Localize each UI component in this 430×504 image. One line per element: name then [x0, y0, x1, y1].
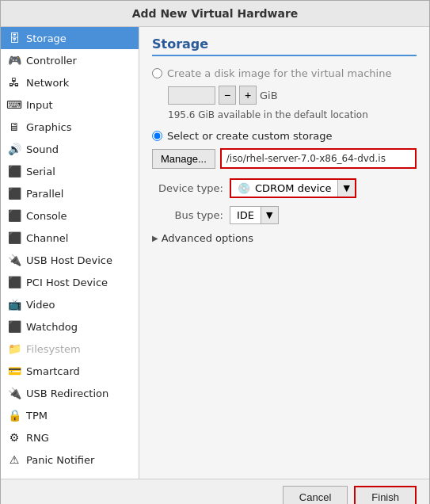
dialog-title: Add New Virtual Hardware — [1, 1, 429, 27]
custom-storage-row: Select or create custom storage — [152, 130, 417, 142]
console-icon: ⬛ — [7, 208, 21, 223]
usb-host-icon: 🔌 — [7, 253, 21, 267]
sidebar-item-panic[interactable]: ⚠Panic Notifier — [1, 449, 139, 471]
device-type-row: Device type: 💿 CDROM device ▼ — [152, 178, 417, 198]
controller-icon: 🎮 — [7, 53, 21, 67]
filesystem-label: Filesystem — [26, 343, 81, 355]
sidebar-item-storage[interactable]: 🗄Storage — [1, 27, 139, 49]
device-type-dropdown-arrow[interactable]: ▼ — [337, 180, 354, 197]
sidebar-item-filesystem: 📁Filesystem — [1, 338, 139, 360]
custom-storage-radio[interactable] — [152, 131, 162, 141]
usb-host-label: USB Host Device — [26, 254, 112, 266]
size-unit: GiB — [260, 90, 278, 101]
size-decrement-button[interactable]: − — [219, 86, 236, 105]
sidebar-item-channel[interactable]: ⬛Channel — [1, 227, 139, 249]
cancel-button[interactable]: Cancel — [283, 486, 348, 504]
video-label: Video — [26, 299, 55, 311]
panic-icon: ⚠ — [7, 452, 21, 467]
advanced-triangle-icon: ▶ — [152, 234, 158, 242]
smartcard-label: Smartcard — [26, 365, 80, 377]
panic-label: Panic Notifier — [26, 454, 94, 466]
device-type-select[interactable]: 💿 CDROM device ▼ — [230, 178, 356, 198]
dialog-footer: Cancel Finish — [1, 479, 429, 504]
sidebar-item-controller[interactable]: 🎮Controller — [1, 49, 139, 71]
main-content: Storage Create a disk image for the virt… — [139, 27, 429, 479]
sidebar-item-serial[interactable]: ⬛Serial — [1, 160, 139, 182]
storage-label: Storage — [26, 32, 67, 44]
input-icon: ⌨ — [7, 97, 21, 112]
sidebar-item-tpm[interactable]: 🔒TPM — [1, 404, 139, 426]
usb-redirect-icon: 🔌 — [7, 386, 21, 400]
sidebar-item-graphics[interactable]: 🖥Graphics — [1, 116, 139, 138]
pci-host-label: PCI Host Device — [26, 277, 108, 288]
filesystem-icon: 📁 — [7, 342, 21, 356]
graphics-label: Graphics — [26, 121, 71, 133]
sidebar: 🗄Storage🎮Controller🖧Network⌨Input🖥Graphi… — [1, 27, 139, 479]
sidebar-item-rng[interactable]: ⚙RNG — [1, 426, 139, 449]
channel-icon: ⬛ — [7, 231, 21, 245]
watchdog-icon: ⬛ — [7, 319, 21, 334]
rng-label: RNG — [26, 432, 49, 444]
bus-type-dropdown-arrow[interactable]: ▼ — [261, 207, 277, 223]
sidebar-item-usb-host[interactable]: 🔌USB Host Device — [1, 249, 139, 271]
dialog-body: 🗄Storage🎮Controller🖧Network⌨Input🖥Graphi… — [1, 27, 429, 479]
sidebar-item-console[interactable]: ⬛Console — [1, 204, 139, 227]
sidebar-item-smartcard[interactable]: 💳Smartcard — [1, 360, 139, 382]
advanced-label: Advanced options — [162, 232, 253, 244]
device-type-label: Device type: — [152, 182, 223, 194]
disk-image-radio[interactable] — [152, 68, 162, 78]
sidebar-item-usb-redirect[interactable]: 🔌USB Redirection — [1, 382, 139, 404]
tpm-icon: 🔒 — [7, 408, 21, 422]
custom-storage-label: Select or create custom storage — [167, 130, 332, 142]
disk-size-input[interactable]: 20.0 — [168, 86, 215, 105]
bus-type-row: Bus type: IDE ▼ — [152, 206, 417, 224]
bus-type-value: IDE — [230, 207, 261, 223]
sidebar-item-watchdog[interactable]: ⬛Watchdog — [1, 315, 139, 338]
path-display: /iso/rhel-server-7.0-x86_64-dvd.is — [220, 148, 417, 169]
input-label: Input — [26, 99, 53, 111]
network-label: Network — [26, 77, 69, 89]
sidebar-item-parallel[interactable]: ⬛Parallel — [1, 182, 139, 204]
watchdog-label: Watchdog — [26, 321, 78, 333]
pci-host-icon: ⬛ — [7, 275, 21, 289]
tpm-label: TPM — [26, 410, 48, 422]
console-label: Console — [26, 210, 67, 222]
rng-icon: ⚙ — [7, 430, 21, 445]
serial-icon: ⬛ — [7, 164, 21, 178]
sidebar-item-network[interactable]: 🖧Network — [1, 71, 139, 94]
sidebar-item-pci-host[interactable]: ⬛PCI Host Device — [1, 271, 139, 293]
sidebar-item-sound[interactable]: 🔊Sound — [1, 138, 139, 160]
available-text: 195.6 GiB available in the default locat… — [168, 109, 417, 120]
channel-label: Channel — [26, 232, 68, 244]
parallel-label: Parallel — [26, 188, 63, 200]
device-type-value: CDROM device — [255, 182, 331, 194]
disk-image-row: Create a disk image for the virtual mach… — [152, 67, 417, 79]
storage-icon: 🗄 — [7, 31, 21, 45]
manage-button[interactable]: Manage... — [152, 149, 215, 169]
parallel-icon: ⬛ — [7, 186, 21, 200]
cdrom-icon: 💿 — [238, 182, 250, 194]
finish-button[interactable]: Finish — [354, 486, 417, 504]
section-title: Storage — [152, 36, 417, 56]
size-row: 20.0 − + GiB — [168, 86, 417, 105]
size-increment-button[interactable]: + — [239, 86, 257, 105]
serial-label: Serial — [26, 166, 55, 178]
advanced-options-row[interactable]: ▶ Advanced options — [152, 232, 417, 244]
graphics-icon: 🖥 — [7, 120, 21, 134]
sidebar-item-input[interactable]: ⌨Input — [1, 94, 139, 116]
add-hardware-dialog: Add New Virtual Hardware 🗄Storage🎮Contro… — [0, 0, 430, 504]
bus-type-select[interactable]: IDE ▼ — [230, 206, 279, 224]
smartcard-icon: 💳 — [7, 364, 21, 378]
manage-path-row: Manage... /iso/rhel-server-7.0-x86_64-dv… — [152, 148, 417, 169]
bus-type-label: Bus type: — [152, 209, 223, 221]
disk-image-label: Create a disk image for the virtual mach… — [167, 67, 391, 79]
sidebar-item-video[interactable]: 📺Video — [1, 293, 139, 315]
usb-redirect-label: USB Redirection — [26, 388, 108, 399]
video-icon: 📺 — [7, 297, 21, 311]
controller-label: Controller — [26, 55, 77, 67]
sound-label: Sound — [26, 143, 59, 155]
sound-icon: 🔊 — [7, 142, 21, 156]
network-icon: 🖧 — [7, 75, 21, 90]
